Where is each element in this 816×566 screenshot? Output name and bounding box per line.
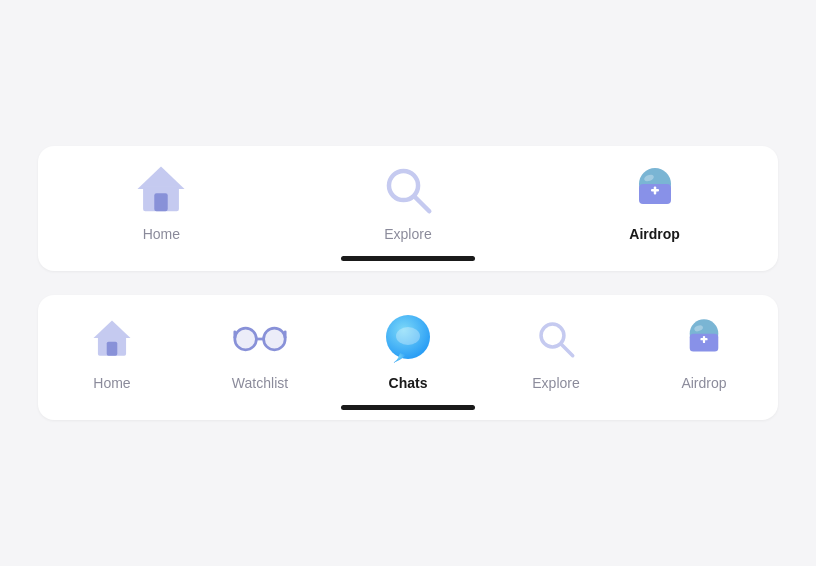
explore-label-bottom: Explore	[532, 375, 579, 391]
nav-items-top: Home Explore	[38, 162, 778, 252]
nav-item-explore-bottom[interactable]: Explore	[516, 311, 596, 391]
svg-point-14	[264, 328, 286, 350]
nav-bar-top: Home Explore	[38, 146, 778, 271]
airdrop-label-top: Airdrop	[629, 226, 680, 242]
chats-icon	[380, 311, 436, 367]
home-label-bottom: Home	[93, 375, 130, 391]
svg-line-21	[561, 344, 572, 355]
svg-rect-12	[107, 342, 118, 356]
chats-label: Chats	[389, 375, 428, 391]
airdrop-label-bottom: Airdrop	[681, 375, 726, 391]
home-indicator-top	[341, 256, 475, 261]
home-icon	[133, 162, 189, 218]
svg-marker-10	[94, 321, 131, 339]
explore-icon	[380, 162, 436, 218]
svg-rect-8	[653, 187, 656, 195]
nav-item-watchlist[interactable]: Watchlist	[220, 311, 300, 391]
nav-item-airdrop-bottom[interactable]: Airdrop	[664, 311, 744, 391]
nav-items-bottom: Home Watchlist	[38, 311, 778, 401]
explore-icon-bottom	[528, 311, 584, 367]
svg-point-19	[396, 327, 420, 345]
watchlist-icon	[232, 311, 288, 367]
svg-rect-2	[155, 193, 168, 211]
airdrop-icon-bottom	[676, 311, 732, 367]
svg-rect-25	[703, 336, 705, 343]
watchlist-label: Watchlist	[232, 375, 288, 391]
explore-label-top: Explore	[384, 226, 431, 242]
svg-line-4	[415, 197, 430, 212]
nav-item-home-bottom[interactable]: Home	[72, 311, 152, 391]
home-icon-bottom	[84, 311, 140, 367]
nav-item-explore-top[interactable]: Explore	[368, 162, 448, 242]
svg-marker-0	[138, 166, 185, 188]
nav-item-airdrop-top[interactable]: Airdrop	[615, 162, 695, 242]
home-label-top: Home	[143, 226, 180, 242]
svg-point-13	[235, 328, 257, 350]
nav-bar-bottom: Home Watchlist	[38, 295, 778, 420]
nav-item-home-top[interactable]: Home	[121, 162, 201, 242]
airdrop-icon-top	[627, 162, 683, 218]
home-indicator-bottom	[341, 405, 475, 410]
nav-item-chats[interactable]: Chats	[368, 311, 448, 391]
